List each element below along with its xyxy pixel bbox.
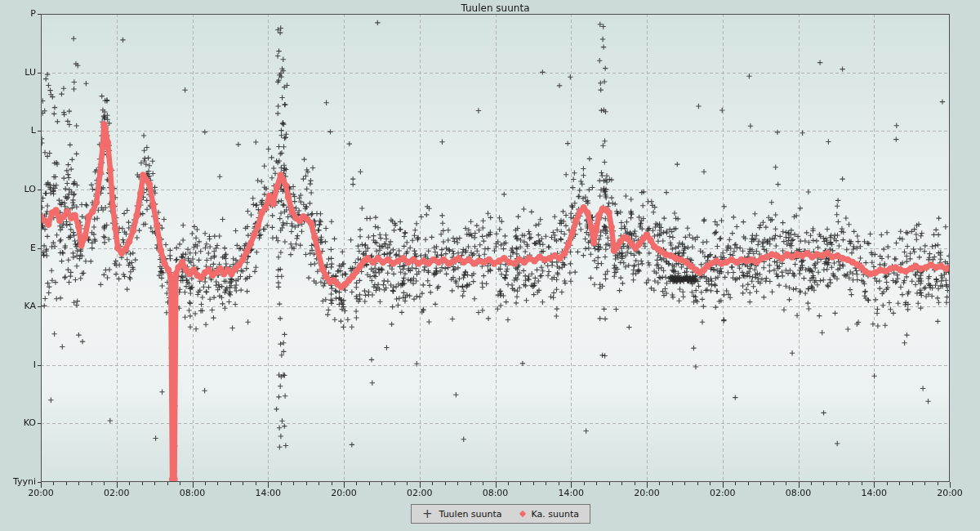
chart-title: Tuulen suunta xyxy=(41,2,950,14)
legend: + Tuulen suunta Ka. suunta xyxy=(411,504,590,524)
x-tick-label: 08:00 xyxy=(781,488,817,499)
x-tick-label: 02:00 xyxy=(99,488,135,499)
y-tick-label: KA xyxy=(3,301,36,312)
y-tick-label: LU xyxy=(3,67,36,78)
y-tick-label: KO xyxy=(3,417,36,429)
wind-direction-chart: Tuulen suunta PLULLOEKAIKOTyyni 20:0002:… xyxy=(0,0,980,531)
y-tick-label: Tyyni xyxy=(3,476,36,488)
y-tick-label: L xyxy=(3,125,36,136)
x-tick-label: 14:00 xyxy=(553,488,589,499)
legend-label-wind-direction: Tuulen suunta xyxy=(439,509,502,520)
dot-marker-icon xyxy=(519,511,525,517)
y-tick-label: E xyxy=(3,243,36,254)
chart-plot-canvas xyxy=(0,0,980,531)
x-tick-label: 14:00 xyxy=(856,488,892,499)
x-tick-label: 20:00 xyxy=(326,488,362,499)
y-tick-label: LO xyxy=(3,184,36,195)
x-tick-label: 20:00 xyxy=(23,488,59,499)
x-tick-label: 02:00 xyxy=(402,488,438,499)
x-tick-label: 14:00 xyxy=(250,488,286,499)
y-tick-label: P xyxy=(3,8,36,20)
x-tick-label: 08:00 xyxy=(478,488,514,499)
x-tick-label: 08:00 xyxy=(175,488,211,499)
legend-label-avg-direction: Ka. suunta xyxy=(532,509,579,520)
x-tick-label: 20:00 xyxy=(932,488,968,499)
plus-marker-icon: + xyxy=(422,510,433,518)
x-tick-label: 20:00 xyxy=(629,488,665,499)
y-tick-label: I xyxy=(3,359,36,371)
x-tick-label: 02:00 xyxy=(705,488,741,499)
